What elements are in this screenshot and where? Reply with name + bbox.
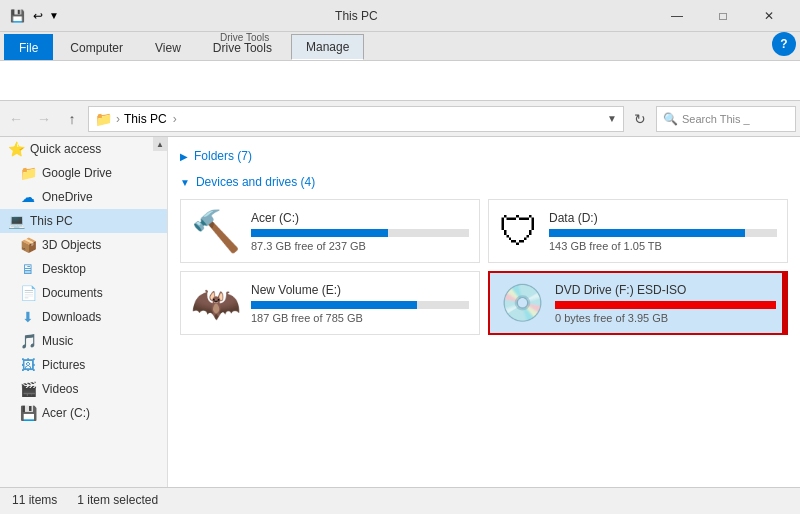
this-pc-icon: 💻 [8, 213, 24, 229]
qat-dropdown[interactable]: ▼ [49, 10, 59, 21]
sidebar-label-pictures: Pictures [42, 358, 85, 372]
help-button[interactable]: ? [772, 32, 796, 56]
maximize-button[interactable]: □ [700, 0, 746, 32]
sidebar-item-desktop[interactable]: 🖥 Desktop [0, 257, 167, 281]
status-bar: 11 items 1 item selected [0, 487, 800, 511]
new-volume-e-drive-icon: 🦇 [191, 283, 241, 323]
ribbon-content [0, 60, 800, 100]
3d-objects-icon: 📦 [20, 237, 36, 253]
data-d-drive-icon: 🛡 [499, 211, 539, 251]
data-d-bar-bg [549, 229, 777, 237]
sidebar-item-google-drive[interactable]: 📁 Google Drive [0, 161, 167, 185]
tab-file[interactable]: File [4, 34, 53, 60]
dvd-f-drive-info: DVD Drive (F:) ESD-ISO 0 bytes free of 3… [555, 283, 776, 324]
address-path[interactable]: 📁 › This PC › ▼ [88, 106, 624, 132]
title-bar-icons: 💾 ↩ ▼ [8, 7, 59, 25]
title-bar: 💾 ↩ ▼ This PC — □ ✕ [0, 0, 800, 32]
sidebar-label-this-pc: This PC [30, 214, 73, 228]
sidebar-item-onedrive[interactable]: ☁ OneDrive [0, 185, 167, 209]
sidebar-label-3d-objects: 3D Objects [42, 238, 101, 252]
selection-indicator [782, 271, 788, 335]
refresh-button[interactable]: ↻ [628, 107, 652, 131]
sidebar-label-desktop: Desktop [42, 262, 86, 276]
sidebar-item-music[interactable]: 🎵 Music [0, 329, 167, 353]
content-area: ▶ Folders (7) ▼ Devices and drives (4) 🔨… [168, 137, 800, 487]
devices-section-label: Devices and drives (4) [196, 175, 315, 189]
up-button[interactable]: ↑ [60, 107, 84, 131]
data-d-free: 143 GB free of 1.05 TB [549, 240, 777, 252]
dvd-f-free: 0 bytes free of 3.95 GB [555, 312, 776, 324]
new-volume-e-drive-name: New Volume (E:) [251, 283, 469, 297]
acer-c-drive-icon: 🔨 [191, 211, 241, 251]
close-button[interactable]: ✕ [746, 0, 792, 32]
forward-button[interactable]: → [32, 107, 56, 131]
data-d-drive-name: Data (D:) [549, 211, 777, 225]
acer-c-icon: 💾 [20, 405, 36, 421]
sidebar-item-videos[interactable]: 🎬 Videos [0, 377, 167, 401]
data-d-drive-info: Data (D:) 143 GB free of 1.05 TB [549, 211, 777, 252]
drive-tools-tab-group-label: Drive Tools [220, 32, 269, 43]
sidebar-item-3d-objects[interactable]: 📦 3D Objects [0, 233, 167, 257]
acer-c-drive-info: Acer (C:) 87.3 GB free of 237 GB [251, 211, 469, 252]
ribbon: Drive Tools File Computer View Drive Too… [0, 32, 800, 101]
acer-c-free: 87.3 GB free of 237 GB [251, 240, 469, 252]
sidebar-label-google-drive: Google Drive [42, 166, 112, 180]
back-button[interactable]: ← [4, 107, 28, 131]
path-separator: › [116, 112, 120, 126]
pictures-icon: 🖼 [20, 357, 36, 373]
new-volume-e-bar-bg [251, 301, 469, 309]
sidebar: ▲ ⭐ Quick access 📁 Google Drive ☁ OneDri… [0, 137, 168, 487]
new-volume-e-free: 187 GB free of 785 GB [251, 312, 469, 324]
devices-section-header[interactable]: ▼ Devices and drives (4) [180, 171, 788, 193]
sidebar-item-this-pc[interactable]: 💻 This PC [0, 209, 167, 233]
search-placeholder: Search This _ [682, 113, 750, 125]
google-drive-icon: 📁 [20, 165, 36, 181]
sidebar-label-acer-c: Acer (C:) [42, 406, 90, 420]
sidebar-item-documents[interactable]: 📄 Documents [0, 281, 167, 305]
quick-access-icon: ⭐ [8, 141, 24, 157]
devices-chevron-icon: ▼ [180, 177, 190, 188]
sidebar-label-quick-access: Quick access [30, 142, 101, 156]
videos-icon: 🎬 [20, 381, 36, 397]
search-box[interactable]: 🔍 Search This _ [656, 106, 796, 132]
drives-grid: 🔨 Acer (C:) 87.3 GB free of 237 GB 🛡 Dat… [180, 199, 788, 335]
sidebar-item-acer-c[interactable]: 💾 Acer (C:) [0, 401, 167, 425]
dvd-f-drive-name: DVD Drive (F:) ESD-ISO [555, 283, 776, 297]
tab-view[interactable]: View [140, 34, 196, 60]
sidebar-label-videos: Videos [42, 382, 78, 396]
sidebar-label-downloads: Downloads [42, 310, 101, 324]
drive-item-dvd-f[interactable]: 💿 DVD Drive (F:) ESD-ISO 0 bytes free of… [488, 271, 788, 335]
path-text: This PC [124, 112, 167, 126]
new-volume-e-bar-fill [251, 301, 417, 309]
music-icon: 🎵 [20, 333, 36, 349]
folders-chevron-icon: ▶ [180, 151, 188, 162]
documents-icon: 📄 [20, 285, 36, 301]
minimize-button[interactable]: — [654, 0, 700, 32]
tab-manage[interactable]: Manage [291, 34, 364, 60]
sidebar-item-downloads[interactable]: ⬇ Downloads [0, 305, 167, 329]
selected-count: 1 item selected [77, 493, 158, 507]
search-icon: 🔍 [663, 112, 678, 126]
window-controls: — □ ✕ [654, 0, 792, 32]
downloads-icon: ⬇ [20, 309, 36, 325]
acer-c-drive-name: Acer (C:) [251, 211, 469, 225]
sidebar-item-quick-access[interactable]: ⭐ Quick access [0, 137, 167, 161]
drive-item-new-volume-e[interactable]: 🦇 New Volume (E:) 187 GB free of 785 GB [180, 271, 480, 335]
tab-computer[interactable]: Computer [55, 34, 138, 60]
address-bar: ← → ↑ 📁 › This PC › ▼ ↻ 🔍 Search This _ [0, 101, 800, 137]
sidebar-label-music: Music [42, 334, 73, 348]
qat-icon-1[interactable]: 💾 [8, 7, 27, 25]
qat-icon-2[interactable]: ↩ [31, 7, 45, 25]
sidebar-item-pictures[interactable]: 🖼 Pictures [0, 353, 167, 377]
acer-c-bar-fill [251, 229, 388, 237]
window-title: This PC [59, 9, 654, 23]
sidebar-scroll-up[interactable]: ▲ [153, 137, 167, 151]
help-expand-icon[interactable]: ? [772, 32, 796, 56]
drive-item-acer-c[interactable]: 🔨 Acer (C:) 87.3 GB free of 237 GB [180, 199, 480, 263]
folders-section-header[interactable]: ▶ Folders (7) [180, 145, 788, 167]
sidebar-label-documents: Documents [42, 286, 103, 300]
drive-item-data-d[interactable]: 🛡 Data (D:) 143 GB free of 1.05 TB [488, 199, 788, 263]
path-dropdown-icon[interactable]: ▼ [607, 113, 617, 124]
sidebar-label-onedrive: OneDrive [42, 190, 93, 204]
onedrive-icon: ☁ [20, 189, 36, 205]
